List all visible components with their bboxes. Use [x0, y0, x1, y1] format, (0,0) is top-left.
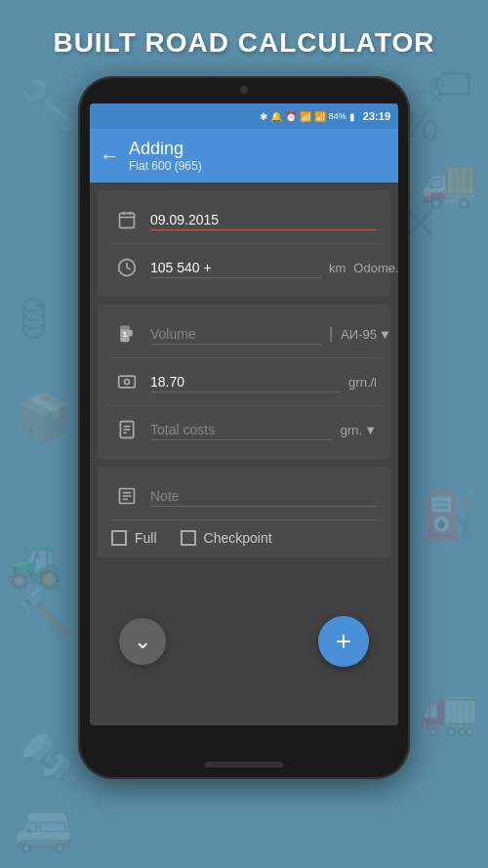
total-unit-label: grn. — [341, 423, 362, 437]
form-body: km Odome... ▼ — [90, 190, 398, 558]
odometer-row: km Odome... ▼ — [107, 244, 381, 291]
page-title: BUILT ROAD CALCULATOR — [0, 27, 488, 59]
receipt-icon — [111, 414, 142, 445]
checkbox-row: Full Checkpoint — [107, 520, 381, 552]
svg-point-9 — [125, 380, 130, 385]
total-field-container: grn. ▼ — [150, 420, 377, 440]
plus-icon: + — [336, 626, 351, 657]
note-section: Full Checkpoint — [98, 467, 390, 558]
full-checkbox-box[interactable] — [111, 530, 127, 546]
battery-text: 84% — [329, 111, 346, 121]
status-icons: ✱ 🔔 ⏰ 📶 📶 84% ▮ — [260, 111, 355, 122]
total-dropdown-arrow: ▼ — [364, 423, 377, 437]
mute-icon: 🔔 — [270, 111, 282, 122]
price-input[interactable] — [150, 372, 341, 393]
wifi-icon: 📶 — [300, 111, 311, 122]
bg-paint-icon: 🔨 — [15, 586, 73, 641]
fuel-type-label: АИ-95 — [341, 327, 377, 342]
date-input[interactable] — [150, 210, 377, 230]
fuel-type-dropdown[interactable]: АИ-95 ▼ — [341, 327, 391, 342]
bg-box-icon: 📦 — [15, 391, 73, 445]
bg-truck3-icon: 🚜 — [5, 537, 63, 592]
scroll-down-button[interactable]: ⌄ — [119, 618, 166, 665]
checkpoint-checkbox-box[interactable] — [181, 530, 196, 546]
odometer-type-label: Odome... — [353, 261, 398, 275]
phone-home-button — [205, 762, 283, 767]
price-field-container: grn./l — [150, 372, 377, 393]
app-header: ← Adding Fiat 600 (965) — [90, 129, 398, 183]
svg-rect-8 — [119, 376, 136, 388]
note-input[interactable] — [150, 486, 377, 507]
phone-camera — [240, 86, 248, 94]
header-text: Adding Fiat 600 (965) — [129, 139, 202, 173]
bg-tag-icon: 🏷 — [427, 59, 473, 112]
section-fuel: 1 | АИ-95 ▼ — [98, 305, 390, 459]
fuel-icon: 1 — [111, 318, 142, 350]
full-checkbox-label: Full — [135, 530, 157, 546]
price-inline-group: grn./l — [150, 372, 377, 393]
section-date-odometer: km Odome... ▼ — [98, 190, 390, 297]
back-button[interactable]: ← — [100, 145, 119, 167]
total-input[interactable] — [150, 420, 333, 440]
volume-inline-group: | АИ-95 ▼ — [150, 324, 391, 345]
status-time: 23:19 — [363, 110, 390, 122]
volume-row: 1 | АИ-95 ▼ — [107, 310, 381, 358]
calendar-icon — [111, 204, 142, 235]
header-title: Adding — [129, 139, 202, 159]
alarm-icon: ⏰ — [285, 111, 297, 122]
total-row: grn. ▼ — [107, 406, 381, 453]
phone-screen: ✱ 🔔 ⏰ 📶 📶 84% ▮ 23:19 ← Adding Fiat 600 … — [90, 103, 398, 725]
svg-rect-5 — [120, 326, 129, 330]
date-row — [107, 196, 381, 244]
note-field-container — [150, 486, 377, 507]
volume-separator: | — [329, 325, 333, 343]
header-subtitle: Fiat 600 (965) — [129, 159, 202, 173]
date-field-container — [150, 210, 377, 230]
svg-rect-6 — [129, 330, 133, 337]
bg-truck4-icon: 🚐 — [15, 801, 73, 855]
bg-wrench-icon: 🔧 — [20, 78, 78, 133]
odometer-field-container: km Odome... ▼ — [150, 258, 398, 278]
odometer-icon — [111, 252, 142, 283]
note-icon — [111, 480, 142, 512]
checkpoint-checkbox[interactable]: Checkpoint — [181, 530, 272, 546]
bg-fuel-icon: ⛽ — [420, 488, 478, 543]
add-button[interactable]: + — [318, 616, 369, 667]
odometer-type-dropdown[interactable]: Odome... ▼ — [353, 261, 398, 275]
total-inline-group: grn. ▼ — [150, 420, 377, 440]
volume-input[interactable] — [150, 324, 321, 345]
price-icon — [111, 366, 142, 397]
total-unit-dropdown[interactable]: grn. ▼ — [341, 423, 377, 437]
signal-icon: 📶 — [314, 111, 326, 122]
status-bar: ✱ 🔔 ⏰ 📶 📶 84% ▮ 23:19 — [90, 103, 398, 129]
fuel-dropdown-arrow: ▼ — [379, 327, 391, 342]
volume-field-container: | АИ-95 ▼ — [150, 324, 391, 345]
odometer-input[interactable] — [150, 258, 321, 278]
bluetooth-icon: ✱ — [260, 111, 267, 122]
svg-rect-0 — [120, 213, 135, 227]
odometer-inline-group: km Odome... ▼ — [150, 258, 398, 278]
battery-icon: ▮ — [349, 111, 355, 122]
bg-truck1-icon: 🚚 — [420, 156, 478, 211]
svg-text:1: 1 — [123, 330, 127, 339]
price-unit: grn./l — [348, 375, 377, 390]
note-row — [107, 473, 381, 520]
price-row: grn./l — [107, 358, 381, 406]
bottom-area: ⌄ + — [90, 616, 398, 667]
full-checkbox[interactable]: Full — [111, 530, 157, 546]
checkpoint-checkbox-label: Checkpoint — [204, 530, 272, 546]
phone-frame: ✱ 🔔 ⏰ 📶 📶 84% ▮ 23:19 ← Adding Fiat 600 … — [78, 76, 410, 779]
bg-tools-icon: 🔩 — [20, 732, 78, 787]
bg-truck2-icon: 🚛 — [420, 683, 478, 738]
odometer-unit: km — [329, 261, 346, 275]
bg-barrel-icon: 🛢 — [10, 293, 57, 347]
chevron-down-icon: ⌄ — [134, 629, 151, 654]
